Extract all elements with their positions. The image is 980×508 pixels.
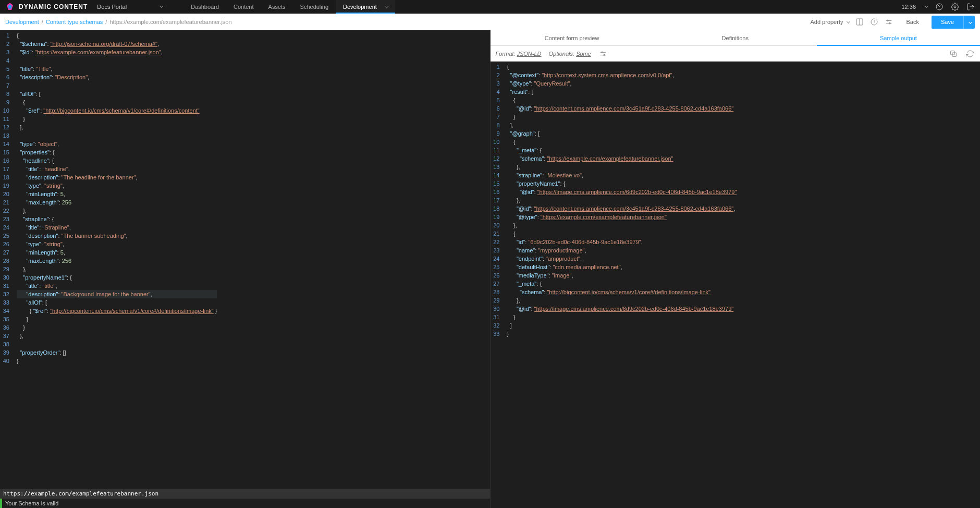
sliders-icon[interactable] bbox=[598, 49, 608, 58]
code-line[interactable]: "@id": "https://image.cms.amplience.com/… bbox=[507, 188, 737, 196]
code-line[interactable]: "@context": "http://context.system.cms.a… bbox=[507, 71, 737, 79]
code-line[interactable]: }, bbox=[507, 221, 737, 229]
back-button[interactable]: Back bbox=[899, 17, 926, 27]
chevron-down-icon[interactable] bbox=[925, 4, 928, 8]
code-line[interactable]: ], bbox=[17, 123, 217, 131]
output-editor[interactable]: 1234567891011121314151617181920212223242… bbox=[491, 62, 981, 508]
code-line[interactable]: "@type": "https://example.com/examplefea… bbox=[507, 213, 737, 221]
code-line[interactable]: "title": "title", bbox=[17, 282, 217, 290]
code-line[interactable]: "allOf": [ bbox=[17, 298, 217, 307]
code-line[interactable]: "@id": "https://content.cms.amplience.co… bbox=[507, 204, 737, 213]
logout-icon[interactable] bbox=[966, 3, 975, 11]
copy-icon[interactable] bbox=[949, 49, 958, 58]
code-line[interactable]: "name": "myproductimage", bbox=[507, 246, 737, 255]
code-line[interactable]: "title": "Title", bbox=[17, 65, 217, 73]
code-line[interactable]: "schema": "http://bigcontent.io/cms/sche… bbox=[507, 288, 737, 296]
code-line[interactable]: ], bbox=[507, 121, 737, 129]
save-dropdown[interactable] bbox=[963, 16, 975, 29]
layout-icon[interactable] bbox=[855, 17, 864, 27]
code-line[interactable]: "maxLength": 256 bbox=[17, 257, 217, 265]
code-line[interactable]: "type": "string", bbox=[17, 240, 217, 248]
nav-tab-content[interactable]: Content bbox=[226, 0, 261, 14]
code-line[interactable]: "defaultHost": "cdn.media.amplience.net"… bbox=[507, 263, 737, 271]
nav-tab-scheduling[interactable]: Scheduling bbox=[293, 0, 336, 14]
code-line[interactable]: }, bbox=[17, 207, 217, 215]
code-line[interactable]: }, bbox=[507, 196, 737, 204]
code-line[interactable]: "title": "Strapline", bbox=[17, 223, 217, 232]
code-line[interactable]: "id": "6d9c202b-ed0c-406d-845b-9ac1e18e3… bbox=[507, 238, 737, 246]
preview-tab[interactable]: Content form preview bbox=[491, 30, 654, 46]
code-line[interactable]: }, bbox=[17, 265, 217, 273]
code-line[interactable]: }, bbox=[17, 332, 217, 340]
nav-tab-dashboard[interactable]: Dashboard bbox=[183, 0, 226, 14]
code-line[interactable]: } bbox=[17, 115, 217, 123]
code-line[interactable] bbox=[17, 81, 217, 90]
preview-tab[interactable]: Sample output bbox=[817, 30, 980, 46]
code-line[interactable]: "@id": "https://image.cms.amplience.com/… bbox=[507, 305, 737, 313]
code-line[interactable] bbox=[17, 340, 217, 348]
code-line[interactable]: "type": "object", bbox=[17, 140, 217, 148]
code-line[interactable]: "minLength": 5, bbox=[17, 248, 217, 257]
format-value[interactable]: JSON-LD bbox=[517, 51, 541, 57]
add-property-dropdown[interactable]: Add property bbox=[810, 19, 850, 25]
code-line[interactable]: "@type": "QueryResult", bbox=[507, 79, 737, 88]
code-line[interactable]: "strapline": "Molestiae vo", bbox=[507, 171, 737, 179]
code-line[interactable]: { bbox=[507, 229, 737, 238]
sliders-icon[interactable] bbox=[884, 17, 893, 27]
code-line[interactable]: "propertyOrder": [] bbox=[17, 348, 217, 357]
code-line[interactable]: "minLength": 5, bbox=[17, 190, 217, 198]
code-line[interactable]: "result": [ bbox=[507, 88, 737, 96]
help-icon[interactable] bbox=[935, 3, 944, 11]
code-line[interactable]: { bbox=[507, 138, 737, 146]
code-line[interactable]: "strapline": { bbox=[17, 215, 217, 223]
code-line[interactable]: "description": "Background image for the… bbox=[17, 290, 217, 298]
code-line[interactable]: "title": "headline", bbox=[17, 165, 217, 173]
code-line[interactable]: "mediaType": "image", bbox=[507, 271, 737, 280]
code-line[interactable]: "properties": { bbox=[17, 148, 217, 156]
save-button[interactable]: Save bbox=[932, 16, 963, 29]
code-line[interactable]: } bbox=[17, 357, 217, 365]
code-line[interactable]: } bbox=[507, 113, 737, 121]
nav-tab-assets[interactable]: Assets bbox=[261, 0, 293, 14]
code-line[interactable]: ] bbox=[17, 315, 217, 323]
code-line[interactable]: "_meta": { bbox=[507, 280, 737, 288]
schema-editor[interactable]: 1234567891011121314151617181920212223242… bbox=[0, 30, 490, 489]
code-line[interactable]: }, bbox=[507, 296, 737, 305]
code-line[interactable]: { bbox=[507, 96, 737, 104]
code-line[interactable]: "headline": { bbox=[17, 156, 217, 165]
preview-tab[interactable]: Definitions bbox=[654, 30, 817, 46]
docs-portal-dropdown[interactable]: Docs Portal bbox=[97, 4, 163, 10]
code-line[interactable] bbox=[17, 131, 217, 140]
refresh-icon[interactable] bbox=[965, 49, 975, 58]
nav-tab-development[interactable]: Development bbox=[336, 0, 395, 14]
code-line[interactable]: "$schema": "http://json-schema.org/draft… bbox=[17, 40, 217, 48]
code-line[interactable] bbox=[17, 56, 217, 65]
code-line[interactable]: "description": "The banner subheading", bbox=[17, 232, 217, 240]
breadcrumb-link[interactable]: Content type schemas bbox=[46, 19, 103, 25]
gear-icon[interactable] bbox=[951, 3, 959, 11]
history-icon[interactable] bbox=[869, 17, 879, 27]
code-line[interactable]: } bbox=[507, 313, 737, 321]
optionals-value[interactable]: Some bbox=[576, 51, 591, 57]
code-line[interactable]: "schema": "https://example.com/examplefe… bbox=[507, 154, 737, 163]
code-line[interactable]: "@id": "https://content.cms.amplience.co… bbox=[507, 104, 737, 113]
code-line[interactable]: { bbox=[507, 63, 737, 71]
code-line[interactable]: "maxLength": 256 bbox=[17, 198, 217, 207]
code-line[interactable]: { "$ref": "http://bigcontent.io/cms/sche… bbox=[17, 307, 217, 315]
code-line[interactable]: }, bbox=[507, 163, 737, 171]
code-line[interactable]: "type": "string", bbox=[17, 182, 217, 190]
code-line[interactable]: "endpoint": "ampproduct", bbox=[507, 255, 737, 263]
code-line[interactable]: { bbox=[17, 98, 217, 106]
code-line[interactable]: "description": "Description", bbox=[17, 73, 217, 81]
code-line[interactable]: ] bbox=[507, 321, 737, 330]
code-line[interactable]: "_meta": { bbox=[507, 146, 737, 154]
code-area[interactable]: { "$schema": "http://json-schema.org/dra… bbox=[14, 30, 217, 489]
code-line[interactable]: "@graph": [ bbox=[507, 129, 737, 138]
code-line[interactable]: "$ref": "http://bigcontent.io/cms/schema… bbox=[17, 106, 217, 115]
code-line[interactable]: { bbox=[17, 31, 217, 40]
code-line[interactable]: "propertyName1": { bbox=[507, 179, 737, 188]
code-area[interactable]: { "@context": "http://context.system.cms… bbox=[504, 62, 737, 508]
code-line[interactable]: "propertyName1": { bbox=[17, 273, 217, 282]
code-line[interactable]: } bbox=[507, 330, 737, 338]
code-line[interactable]: "$id": "https://example.com/examplefeatu… bbox=[17, 48, 217, 56]
